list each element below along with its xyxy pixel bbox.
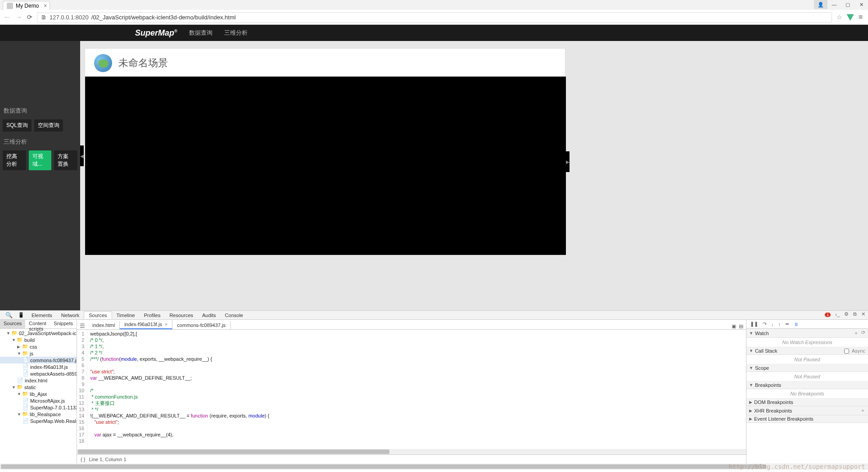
pause-button[interactable]: ❚❚ (750, 321, 758, 327)
tree-index-js[interactable]: index-f96a013f.js (30, 364, 68, 370)
minimize-button[interactable]: — (827, 0, 841, 9)
dom-breakpoints-header[interactable]: ▶DOM Breakpoints (746, 399, 868, 406)
tree-commons-js[interactable]: commons-fc089437.js (30, 358, 77, 363)
tree-microsoft-ajax[interactable]: MicrosoftAjax.js (30, 398, 65, 404)
btn-sql-query[interactable]: SQL查询 (3, 119, 32, 132)
scene-viewer[interactable]: ▶ (85, 77, 566, 255)
pretty-print-icon[interactable]: { } (81, 457, 85, 462)
show-navigator-icon[interactable]: ☰ (77, 322, 88, 329)
tab-console[interactable]: Console (221, 312, 248, 319)
tree-lib-ajax[interactable]: lib_Ajax (30, 391, 47, 397)
event-breakpoints-header[interactable]: ▶Event Listener Breakpoints (746, 415, 868, 423)
browser-menu-icon[interactable]: ≡ (859, 13, 863, 21)
close-button[interactable]: ✕ (854, 0, 868, 9)
devtools-search-icon[interactable]: 🔍 (3, 312, 15, 318)
scene-title: 未命名场景 (118, 56, 168, 70)
close-tab-icon[interactable]: × (165, 322, 167, 327)
nav-3d-analysis[interactable]: 三维分析 (224, 29, 248, 37)
settings-icon[interactable]: ⚙ (844, 311, 849, 317)
page-header: SuperMap® 数据查询 三维分析 (0, 25, 868, 41)
address-bar: ← → ⟳ 🗎 127.0.0.1:8020/02_JavaScript/web… (0, 10, 868, 24)
url-port: :8020 (74, 14, 89, 21)
btn-spatial-query[interactable]: 空间查询 (34, 119, 63, 132)
tree-lib-realspace[interactable]: lib_Realspace (30, 412, 61, 417)
left-tab-snippets[interactable]: Snippets (50, 320, 77, 328)
add-watch-icon[interactable]: ＋ (854, 330, 859, 336)
step-into-button[interactable]: ↓ (771, 322, 774, 327)
btn-dig-analysis[interactable]: 挖高分析 (3, 150, 26, 170)
step-over-button[interactable]: ↷ (763, 321, 767, 327)
browser-tab[interactable]: My Demo × (3, 1, 50, 10)
reload-button[interactable]: ⟳ (27, 14, 32, 21)
refresh-watch-icon[interactable]: ⟳ (861, 330, 865, 336)
tree-index-html[interactable]: index.html (25, 378, 47, 383)
tree-js[interactable]: js (30, 351, 33, 356)
tree-css[interactable]: css (30, 344, 37, 349)
error-indicator[interactable]: 1 (825, 312, 831, 317)
bookmark-star-icon[interactable]: ☆ (836, 14, 842, 21)
filetab-index-js[interactable]: index-f96a013f.js× (120, 320, 172, 329)
devtools: 🔍 📱 Elements Network Sources Timeline Pr… (0, 310, 868, 463)
tree-supermap7[interactable]: SuperMap-7.0.1-11323.j (30, 405, 77, 410)
tab-profiles[interactable]: Profiles (140, 312, 165, 319)
step-out-button[interactable]: ↑ (778, 322, 781, 327)
tree-assets-js[interactable]: webpackAssets-d8590e (30, 371, 77, 377)
left-tab-content-scripts[interactable]: Content scripts (25, 320, 50, 328)
favicon (7, 3, 13, 9)
code-area[interactable]: 123456789101112131415161718 webpackJsonp… (77, 330, 746, 449)
devtools-device-icon[interactable]: 📱 (15, 312, 27, 318)
page-horizontal-scrollbar[interactable] (0, 463, 868, 470)
tab-sources[interactable]: Sources (84, 311, 112, 319)
horizontal-scrollbar[interactable] (77, 449, 746, 454)
filetab-index-html[interactable]: index.html (88, 321, 120, 329)
tab-elements[interactable]: Elements (27, 312, 57, 319)
pin-icon[interactable]: ▤ (739, 323, 743, 329)
filetab-commons-js[interactable]: commons-fc089437.js (172, 321, 231, 329)
tree-root[interactable]: 02_JavaScript/webpack-iclent3 (19, 331, 77, 336)
tree-supermap-realspace[interactable]: SuperMap.Web.Realspa (30, 418, 77, 424)
scene-card: 未命名场景 ▶ (85, 48, 565, 255)
breakpoints-header[interactable]: ▼Breakpoints (746, 381, 868, 389)
tab-bar: My Demo × 👤 — ▢ ✕ (0, 0, 868, 10)
sources-navigator: Sources Content scripts Snippets ▼📁02_Ja… (0, 320, 77, 463)
sidebar-collapse-icon[interactable]: ◀ (80, 145, 84, 166)
toggle-debugger-icon[interactable]: ▣ (732, 323, 736, 329)
nav-data-query[interactable]: 数据查询 (189, 29, 212, 37)
async-checkbox[interactable] (844, 349, 849, 354)
forward-button[interactable]: → (15, 13, 23, 21)
back-button[interactable]: ← (4, 13, 11, 21)
tree-static[interactable]: static (24, 385, 36, 390)
tree-build[interactable]: build (24, 337, 35, 343)
xhr-breakpoints-header[interactable]: ▶XHR Breakpoints＋ (746, 406, 868, 415)
callstack-header[interactable]: ▼Call StackAsync (746, 347, 868, 355)
user-icon[interactable]: 👤 (814, 0, 827, 9)
file-tree[interactable]: ▼📁02_JavaScript/webpack-iclent3 ▼📁build … (0, 329, 77, 463)
viewer-collapse-icon[interactable]: ▶ (566, 151, 570, 172)
callstack-body: Not Paused (746, 355, 868, 364)
dock-icon[interactable]: ⧉ (853, 311, 857, 317)
left-tab-sources[interactable]: Sources (0, 320, 25, 328)
scope-header[interactable]: ▼Scope (746, 364, 868, 372)
maximize-button[interactable]: ▢ (841, 0, 854, 9)
tab-resources[interactable]: Resources (165, 312, 198, 319)
devtools-close-icon[interactable]: ✕ (861, 311, 865, 317)
vue-devtools-icon[interactable] (847, 14, 854, 21)
tab-network[interactable]: Network (57, 312, 84, 319)
pause-on-exceptions-button[interactable]: ⏸ (794, 322, 799, 327)
watch-header[interactable]: ▼Watch＋⟳ (746, 329, 868, 338)
source-editor: ☰ index.html index-f96a013f.js× commons-… (77, 320, 746, 463)
page-info-icon[interactable]: 🗎 (41, 14, 47, 21)
tab-close-icon[interactable]: × (44, 3, 47, 9)
watch-empty: No Watch Expressions (746, 338, 868, 347)
btn-scheme-swap[interactable]: 方案置换 (54, 150, 77, 170)
code-content[interactable]: webpackJsonp([0,2],[ /* 0 */, /* 1 */, /… (87, 330, 746, 449)
btn-viewshed[interactable]: 可视域... (29, 150, 51, 170)
show-console-icon[interactable]: ›_ (835, 312, 840, 317)
tab-audits[interactable]: Audits (198, 312, 221, 319)
devtools-tabs: 🔍 📱 Elements Network Sources Timeline Pr… (0, 311, 868, 320)
logo: SuperMap® (135, 28, 177, 38)
tab-timeline[interactable]: Timeline (112, 312, 140, 319)
add-xhr-bp-icon[interactable]: ＋ (860, 407, 865, 414)
deactivate-breakpoints-button[interactable]: ⤃ (785, 321, 789, 327)
url-field[interactable]: 🗎 127.0.0.1:8020/02_JavaScript/webpack-i… (37, 12, 832, 23)
